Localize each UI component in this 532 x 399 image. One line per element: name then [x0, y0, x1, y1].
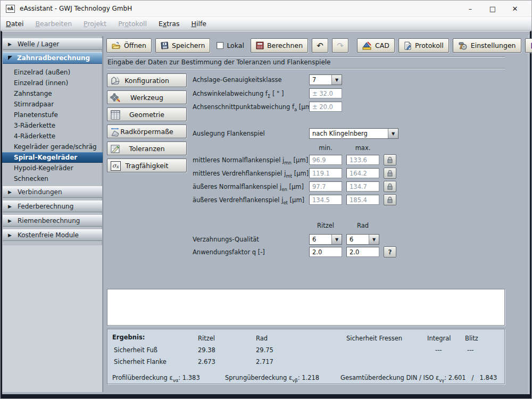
- backlash-design-dropdown[interactable]: nach Klingelnberg ▼: [309, 128, 398, 139]
- sigma-x-icon: σx: [110, 160, 121, 171]
- local-checkbox[interactable]: Lokal: [217, 41, 244, 49]
- accuracy-class-label: Achslage-Genauigkeitsklasse: [193, 76, 282, 84]
- message-box: [107, 289, 505, 326]
- close-button[interactable]: ✕: [504, 1, 526, 16]
- main-panel: Öffnen Speichern Lokal Berechnen ↶ ↷: [104, 31, 530, 394]
- nav-geometrie-button[interactable]: Geometrie: [107, 107, 187, 121]
- jet-min-field: [309, 195, 342, 205]
- cad-button[interactable]: CAD: [357, 38, 395, 53]
- maximize-button[interactable]: □: [481, 1, 504, 16]
- result-row-label: Sicherheit Flanke: [114, 358, 167, 365]
- jmt-min-field: [309, 168, 342, 178]
- helical-overlap: Sprungüberdeckung εvβ: 1.218: [225, 374, 319, 383]
- application-factor-wheel-input[interactable]: [346, 247, 379, 257]
- axis-intersect-field: [309, 102, 342, 112]
- sidebar-item-kegelraeder[interactable]: Kegelräder gerade/schräg: [2, 142, 103, 152]
- sidebar-item-einzelrad-innen[interactable]: Einzelrad (innen): [2, 78, 103, 88]
- jmt-max-field: [346, 168, 379, 178]
- result-value: 29.38: [198, 346, 215, 354]
- result-value: 29.75: [256, 346, 273, 354]
- open-button[interactable]: Öffnen: [106, 38, 152, 53]
- result-col-scuffing: Sicherheit Fressen: [346, 335, 402, 342]
- chevron-down-icon: ▼: [369, 235, 379, 244]
- backlash-design-label: Auslegung Flankenspiel: [193, 130, 265, 137]
- sidebar-item-spiral-kegelraeder[interactable]: Spiral-Kegelräder: [2, 152, 103, 163]
- protocol-button[interactable]: Protokoll: [398, 38, 449, 53]
- save-button[interactable]: Speichern: [155, 38, 210, 53]
- settings-button[interactable]: Einstellungen: [453, 38, 521, 53]
- collapsed-arrow-icon: ▶: [8, 232, 13, 238]
- application-factor-help-button[interactable]: ?: [384, 246, 396, 257]
- chevron-down-icon: ▼: [388, 129, 398, 138]
- expanded-arrow-icon: [8, 56, 12, 60]
- nav-konfiguration-button[interactable]: Konfiguration: [107, 73, 187, 87]
- result-value: ---: [467, 346, 473, 354]
- lock-icon: [387, 156, 393, 163]
- sidebar-item-3-raederkette[interactable]: 3-Räderkette: [2, 120, 103, 131]
- quality-label: Verzahnungs-Qualität: [193, 236, 259, 243]
- open-folder-icon: [112, 42, 121, 49]
- collapsed-arrow-icon: ▶: [8, 189, 13, 195]
- divider: [107, 68, 505, 69]
- axis-intersect-label: Achsenschnittpunktabweichung fa [µm]: [193, 103, 313, 112]
- gear-calculation-tree: Einzelrad (außen) Einzelrad (innen) Zahn…: [2, 67, 103, 184]
- nav-tragfaehigkeit-button[interactable]: σx Tragfähigkeit: [107, 159, 187, 172]
- menu-hilfe[interactable]: Hilfe: [192, 20, 206, 28]
- sidebar-item-stirnradpaar[interactable]: Stirnradpaar: [2, 99, 103, 110]
- menu-protokoll: Protokoll: [118, 20, 147, 28]
- backlash-jen-label: äußeres Normalflankenspiel jen [µm]: [193, 183, 304, 192]
- undo-button[interactable]: ↶: [312, 38, 328, 53]
- sidebar-item-planetenstufe[interactable]: Planetenstufe: [2, 110, 103, 120]
- app-frame: ▶ Welle / Lager Zahnradberechnung Einzel…: [1, 31, 531, 398]
- menu-datei[interactable]: Datei: [6, 20, 23, 28]
- save-floppy-icon: [161, 41, 169, 49]
- sidebar: ▶ Welle / Lager Zahnradberechnung Einzel…: [2, 36, 103, 392]
- quality-pinion-dropdown[interactable]: 6 ▼: [309, 234, 342, 245]
- axis-angle-label: Achswinkelabweichung fΣ [ " ]: [193, 90, 284, 99]
- sidebar-group-riemenberechnung[interactable]: ▶ Riemenberechnung: [3, 215, 102, 227]
- sidebar-item-schnecken[interactable]: Schnecken: [2, 173, 103, 184]
- sidebar-item-4-raederkette[interactable]: 4-Räderkette: [2, 131, 103, 142]
- result-value: 2.673: [198, 358, 215, 365]
- application-factor-pinion-input[interactable]: [309, 247, 342, 257]
- sidebar-item-zahnstange[interactable]: Zahnstange: [2, 88, 103, 99]
- result-panel: Ergebnis: Ritzel Rad Sicherheit Fressen …: [107, 329, 505, 384]
- sidebar-group-zahnradberechnung[interactable]: Zahnradberechnung: [3, 52, 102, 64]
- help-button[interactable]: ? Hilfe: [525, 38, 532, 53]
- minimize-button[interactable]: –: [459, 1, 481, 16]
- window-title: eAssistant - GWJ Technology GmbH: [20, 5, 132, 12]
- panel-right-edge: [527, 35, 528, 394]
- calculate-button[interactable]: Berechnen: [251, 38, 308, 53]
- quality-wheel-dropdown[interactable]: 6 ▼: [346, 234, 379, 245]
- sidebar-group-verbindungen[interactable]: ▶ Verbindungen: [3, 186, 102, 198]
- jmt-lock-button[interactable]: [384, 168, 396, 179]
- nav-werkzeug-button[interactable]: Werkzeug: [107, 90, 187, 104]
- lock-icon: [387, 183, 393, 190]
- help-book-icon: ?: [530, 41, 532, 49]
- tolerances-icon: [110, 143, 121, 154]
- nav-toleranzen-button[interactable]: Toleranzen: [107, 142, 187, 155]
- menu-extras[interactable]: Extras: [159, 20, 180, 28]
- sidebar-group-welle-lager[interactable]: ▶ Welle / Lager: [3, 38, 102, 50]
- configuration-icon: [110, 75, 121, 86]
- result-value: 2.717: [256, 358, 273, 365]
- application-factor-label: Anwendungsfaktor q [-]: [193, 248, 265, 256]
- sidebar-group-federberechnung[interactable]: ▶ Federberechnung: [3, 201, 102, 212]
- grid-table-icon: [110, 109, 121, 120]
- chevron-down-icon: ▼: [331, 75, 342, 85]
- collapsed-arrow-icon: ▶: [8, 218, 13, 223]
- sidebar-item-einzelrad-aussen[interactable]: Einzelrad (außen): [2, 67, 103, 78]
- backlash-jmt-label: mittleres Verdrehflankenspiel jmt [µm]: [193, 170, 309, 179]
- nav-radkoerpermasse-button[interactable]: Radkörpermaße: [107, 124, 187, 138]
- sidebar-item-hypoid-kegelraeder[interactable]: Hypoid-Kegelräder: [2, 163, 103, 173]
- sidebar-group-kostenfreie-module[interactable]: ▶ Kostenfreie Module: [3, 229, 102, 241]
- result-col-pinion: Ritzel: [198, 335, 215, 342]
- jmn-max-field: [346, 155, 379, 165]
- accuracy-class-dropdown[interactable]: 7 ▼: [309, 74, 342, 85]
- jen-lock-button[interactable]: [384, 181, 396, 192]
- jmn-lock-button[interactable]: [384, 154, 396, 165]
- titlebar: eA eAssistant - GWJ Technology GmbH – □ …: [1, 1, 531, 16]
- jet-lock-button[interactable]: [384, 194, 396, 205]
- redo-icon: ↷: [337, 41, 344, 51]
- wheel-column-header: Rad: [346, 222, 379, 229]
